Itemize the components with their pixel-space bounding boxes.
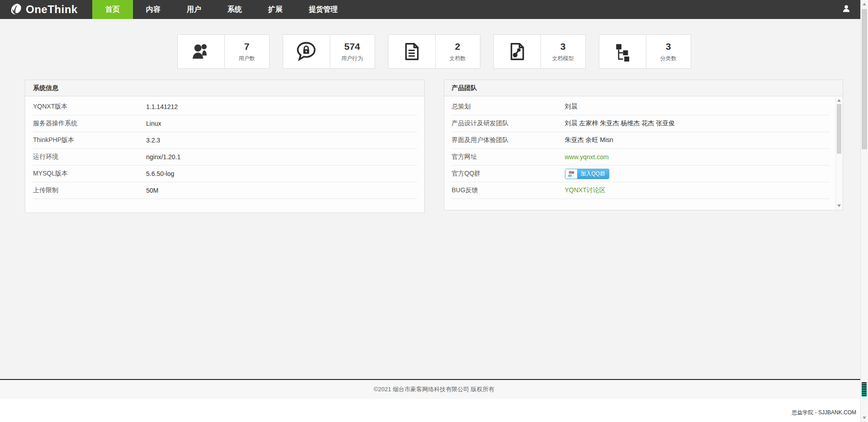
- row-label: BUG反馈: [452, 186, 565, 194]
- row-value: 5.6.50-log: [146, 170, 174, 177]
- scrollbar-thumb[interactable]: [837, 104, 841, 154]
- row-label: ThinkPHP版本: [33, 136, 146, 144]
- row-value: 刘晨: [565, 103, 578, 111]
- stat-categories: 3 分类数: [646, 35, 691, 68]
- stat-doc-models-label: 文档模型: [552, 55, 574, 62]
- user-action-bubble-lock-icon: [283, 35, 330, 68]
- product-team-panel-title: 产品团队: [444, 80, 844, 96]
- table-row: 总策划 刘晨: [452, 99, 830, 115]
- stat-documents-label: 文档数: [450, 55, 466, 62]
- stat-users-label: 用户数: [239, 55, 255, 62]
- row-value: 50M: [146, 187, 158, 194]
- stat-user-actions-value: 574: [344, 41, 360, 52]
- stat-doc-models: 3 文档模型: [541, 35, 585, 68]
- row-value: 刘晨 左家梓 朱亚杰 杨维杰 花杰 张亚俊: [565, 119, 675, 128]
- row-value: 朱亚杰 余旺 Misn: [565, 136, 613, 144]
- row-label: 总策划: [452, 103, 565, 111]
- row-value: nginx/1.20.1: [146, 153, 180, 161]
- stat-card-documents[interactable]: 2 文档数: [388, 34, 480, 69]
- stat-users: 7 用户数: [224, 35, 269, 68]
- table-row: 产品设计及研发团队 刘晨 左家梓 朱亚杰 杨维杰 花杰 张亚俊: [452, 115, 830, 132]
- row-value: 3.2.3: [146, 137, 160, 144]
- main-content: 7 用户数 574 用户行为: [0, 19, 868, 380]
- row-label: 服务器操作系统: [33, 119, 146, 128]
- table-row: 界面及用户体验团队 朱亚杰 余旺 Misn: [452, 132, 830, 149]
- table-row: 官方网址 www.yqnxt.com: [452, 149, 830, 166]
- table-row: 运行环境 nginx/1.20.1: [33, 149, 417, 166]
- user-avatar-icon: [842, 4, 851, 15]
- stat-card-doc-models[interactable]: 3 文档模型: [493, 34, 586, 69]
- stat-doc-models-value: 3: [560, 41, 566, 52]
- main-menu: 首页 内容 用户 系统 扩展 提货管理: [92, 0, 351, 19]
- stat-card-user-actions[interactable]: 574 用户行为: [283, 34, 375, 69]
- page-scrollbar[interactable]: [860, 0, 868, 422]
- brand-title: OneThink: [26, 3, 78, 16]
- product-team-panel: 产品团队 总策划 刘晨 产品设计及研发团队 刘晨 左家梓 朱亚杰 杨维杰 花杰 …: [444, 80, 844, 213]
- table-row: 官方QQ群 加入QQ群: [452, 166, 830, 182]
- app-window: OneThink 首页 内容 用户 系统 扩展 提货管理: [0, 0, 868, 422]
- table-row: YQNXT版本 1.1.141212: [33, 99, 417, 115]
- nav-item-content[interactable]: 内容: [133, 0, 174, 19]
- nav-item-extend[interactable]: 扩展: [255, 0, 296, 19]
- row-value: Linux: [146, 120, 161, 127]
- onethink-leaf-icon: [10, 3, 23, 16]
- nav-item-system[interactable]: 系统: [214, 0, 255, 19]
- browser-extension-indicator[interactable]: [862, 382, 867, 397]
- table-row: ThinkPHP版本 3.2.3: [33, 132, 417, 149]
- scroll-down-arrow-icon[interactable]: [863, 417, 866, 419]
- official-site-link[interactable]: www.yqnxt.com: [565, 153, 609, 161]
- join-qq-group-label: 加入QQ群: [577, 169, 609, 179]
- join-qq-group-button[interactable]: 加入QQ群: [565, 169, 610, 179]
- document-icon: [389, 35, 435, 68]
- scrollbar-thumb[interactable]: [862, 9, 867, 149]
- nav-item-user[interactable]: 用户: [174, 0, 214, 19]
- bug-feedback-link[interactable]: YQNXT讨论区: [565, 186, 606, 194]
- scroll-up-arrow-icon[interactable]: [837, 99, 841, 102]
- page-footer: ©2021 烟台市豪客网络科技有限公司 版权所有: [0, 380, 868, 399]
- stat-card-categories[interactable]: 3 分类数: [599, 34, 691, 69]
- team-panel-scrollbar[interactable]: [835, 97, 842, 209]
- nav-item-pickup-manage[interactable]: 提货管理: [296, 0, 351, 19]
- table-row: BUG反馈 YQNXT讨论区: [452, 182, 830, 199]
- row-label: MYSQL版本: [33, 170, 146, 178]
- stat-user-actions-label: 用户行为: [342, 55, 363, 62]
- qq-group-avatar-icon: [565, 169, 577, 179]
- row-label: 上传限制: [33, 186, 146, 194]
- table-row: 服务器操作系统 Linux: [33, 115, 417, 132]
- stat-categories-label: 分类数: [660, 55, 677, 62]
- table-row: MYSQL版本 5.6.50-log: [33, 166, 417, 182]
- row-label: 运行环境: [33, 153, 146, 161]
- watermark-text: 思益学院 - SJJBANK.COM: [792, 409, 856, 417]
- category-tree-icon: [599, 35, 646, 68]
- stat-categories-value: 3: [666, 41, 671, 52]
- document-model-icon: [494, 35, 541, 68]
- stats-row: 7 用户数 574 用户行为: [0, 19, 868, 69]
- brand-logo[interactable]: OneThink: [0, 0, 90, 19]
- stat-documents: 2 文档数: [435, 35, 480, 68]
- users-icon: [178, 35, 224, 68]
- stat-user-actions: 574 用户行为: [330, 35, 375, 68]
- row-label: 官方QQ群: [452, 170, 565, 178]
- panels-row: 系统信息 YQNXT版本 1.1.141212 服务器操作系统 Linux Th…: [25, 80, 843, 213]
- table-row: 上传限制 50M: [33, 182, 417, 199]
- below-footer-area: 思益学院 - SJJBANK.COM: [0, 399, 868, 421]
- row-label: 产品设计及研发团队: [452, 119, 565, 128]
- top-navbar: OneThink 首页 内容 用户 系统 扩展 提货管理: [0, 0, 868, 19]
- system-info-panel-body: YQNXT版本 1.1.141212 服务器操作系统 Linux ThinkPH…: [25, 96, 425, 213]
- system-info-panel-title: 系统信息: [25, 80, 425, 96]
- scroll-up-arrow-icon[interactable]: [863, 3, 866, 5]
- scroll-down-arrow-icon[interactable]: [837, 204, 841, 207]
- product-team-panel-body: 总策划 刘晨 产品设计及研发团队 刘晨 左家梓 朱亚杰 杨维杰 花杰 张亚俊 界…: [444, 96, 844, 210]
- copyright-text: ©2021 烟台市豪客网络科技有限公司 版权所有: [374, 385, 494, 394]
- system-info-panel: 系统信息 YQNXT版本 1.1.141212 服务器操作系统 Linux Th…: [25, 80, 425, 213]
- stat-documents-value: 2: [455, 41, 460, 52]
- nav-item-home[interactable]: 首页: [92, 0, 133, 19]
- stat-card-users[interactable]: 7 用户数: [177, 34, 270, 69]
- row-label: 官方网址: [452, 153, 565, 161]
- stat-users-value: 7: [244, 41, 250, 52]
- row-label: YQNXT版本: [33, 103, 146, 111]
- row-label: 界面及用户体验团队: [452, 136, 565, 144]
- row-value: 1.1.141212: [146, 103, 178, 110]
